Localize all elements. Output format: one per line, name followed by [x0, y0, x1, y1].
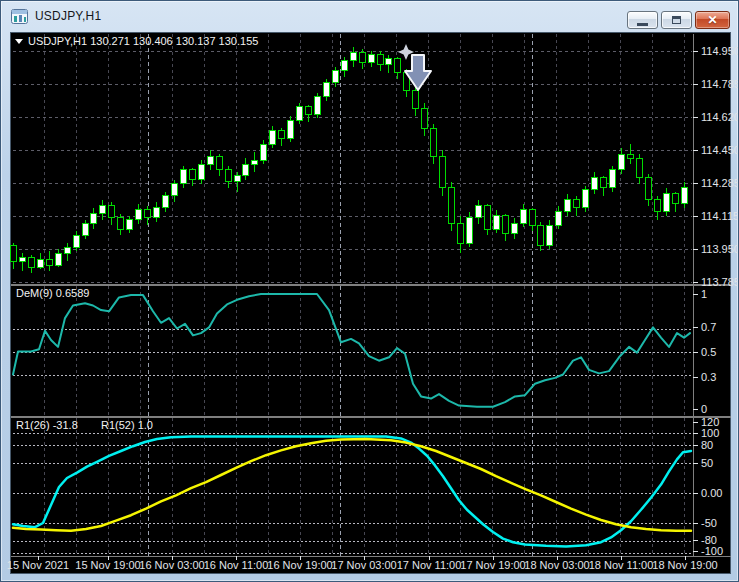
candle-body	[342, 61, 348, 71]
candle-body	[485, 206, 491, 230]
candle-body	[163, 196, 169, 208]
r1-52-panel-label: R1(52) 1.0	[101, 419, 153, 431]
candle-body	[288, 120, 294, 138]
r1-26-panel-label: R1(26) -31.8	[16, 419, 78, 431]
chart-background	[11, 33, 731, 574]
candle-body	[556, 212, 562, 226]
candle-body	[56, 253, 62, 265]
candle-body	[547, 225, 553, 245]
candle-body	[655, 200, 661, 212]
candle-body	[512, 224, 518, 234]
candle-body	[601, 178, 607, 188]
candle-body	[413, 91, 419, 109]
candle-body	[530, 210, 536, 226]
candle-body	[199, 164, 205, 180]
close-button[interactable]: ✕	[695, 11, 730, 29]
candle-body	[74, 235, 80, 247]
candle-body	[226, 170, 232, 182]
minimize-icon	[637, 23, 648, 26]
candle-body	[682, 188, 688, 204]
candle-body	[664, 194, 670, 212]
chart-window-icon[interactable]	[11, 9, 28, 24]
window-titlebar[interactable]: USDJPY,H1 ✕	[1, 1, 738, 31]
candle-body	[440, 156, 446, 188]
candle-body	[351, 53, 357, 61]
chart-area[interactable]: 114.950114.785114.620114.450114.285114.1…	[1, 1, 739, 582]
candle-body	[637, 158, 643, 178]
candle-body	[646, 178, 652, 200]
candle-body	[243, 164, 249, 176]
candle-body	[521, 210, 527, 224]
candle-body	[127, 220, 133, 230]
candle-body	[503, 216, 509, 234]
candle-body	[467, 218, 473, 244]
candle-body	[109, 206, 115, 218]
candle-body	[297, 107, 303, 121]
candle-body	[11, 245, 17, 261]
candle-body	[91, 214, 97, 224]
candle-body	[583, 190, 589, 208]
candle-body	[386, 59, 392, 65]
candle-body	[324, 83, 330, 97]
candle-body	[628, 154, 634, 158]
candle-body	[217, 156, 223, 170]
candle-body	[610, 170, 616, 188]
candle-body	[100, 206, 106, 214]
candle-body	[252, 160, 258, 164]
candle-body	[494, 216, 500, 230]
candle-body	[476, 206, 482, 218]
candle-body	[565, 200, 571, 212]
ohlc-header: USDJPY,H1 130.271 130.406 130.137 130.15…	[28, 35, 258, 47]
mt4-chart-window: USDJPY,H1 ✕ 114.950114.785114.620114.450…	[0, 0, 739, 582]
candle-body	[574, 200, 580, 208]
candle-body	[29, 257, 35, 267]
window-title: USDJPY,H1	[35, 9, 101, 23]
candle-body	[145, 210, 151, 218]
candle-body	[395, 59, 401, 73]
candle-body	[235, 176, 241, 182]
candle-body	[270, 130, 276, 144]
candle-body	[592, 178, 598, 190]
candle-body	[360, 53, 366, 63]
candle-body	[118, 218, 124, 230]
candle-body	[20, 257, 26, 261]
minimize-button[interactable]	[627, 11, 658, 29]
candle-body	[208, 156, 214, 164]
candle-body	[65, 247, 71, 253]
candle-body	[458, 224, 464, 244]
candle-body	[136, 210, 142, 220]
candle-body	[261, 144, 267, 160]
candle-body	[279, 130, 285, 138]
candle-body	[315, 97, 321, 115]
candle-body	[172, 184, 178, 196]
close-icon: ✕	[707, 14, 717, 26]
candle-body	[369, 55, 375, 63]
restore-button[interactable]	[661, 11, 692, 29]
dem-panel-label: DeM(9) 0.6589	[16, 287, 89, 299]
candle-body	[333, 71, 339, 83]
candle-body	[673, 194, 679, 204]
candle-body	[619, 154, 625, 170]
candle-body	[47, 259, 53, 265]
price-axis[interactable]	[693, 34, 732, 556]
candle-body	[83, 224, 89, 236]
time-axis[interactable]	[11, 557, 692, 574]
candle-body	[154, 208, 160, 218]
candle-body	[378, 55, 384, 65]
candle-body	[306, 107, 312, 115]
candle-body	[190, 170, 196, 180]
window-controls: ✕	[627, 11, 730, 29]
candle-body	[431, 128, 437, 156]
candle-body	[422, 109, 428, 129]
candle-body	[38, 259, 44, 267]
candle-body	[538, 225, 544, 245]
candle-body	[181, 170, 187, 184]
candle-body	[449, 188, 455, 224]
restore-icon	[672, 16, 681, 24]
